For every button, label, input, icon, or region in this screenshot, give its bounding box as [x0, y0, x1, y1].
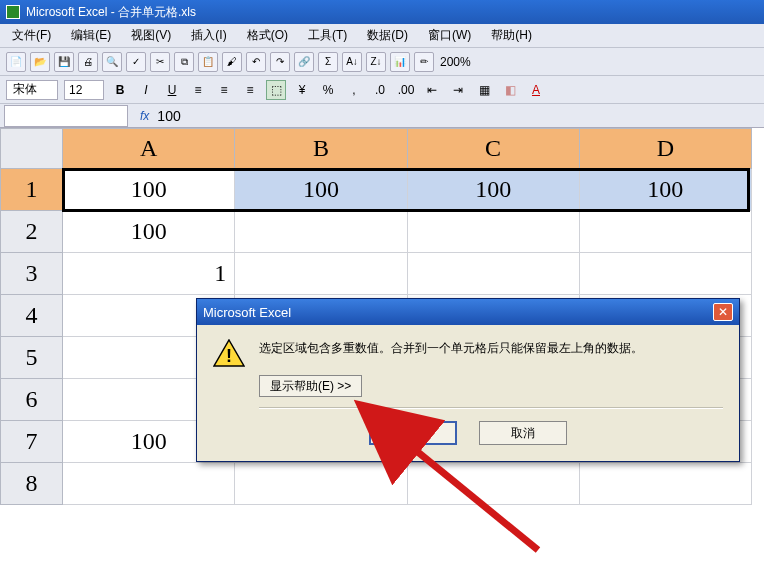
sort-desc-icon[interactable]: Z↓ [366, 52, 386, 72]
cell-c1[interactable]: 100 [407, 169, 579, 211]
paste-icon[interactable]: 📋 [198, 52, 218, 72]
cell-b3[interactable] [235, 253, 407, 295]
standard-toolbar: 📄 📂 💾 🖨 🔍 ✓ ✂ ⧉ 📋 🖌 ↶ ↷ 🔗 Σ A↓ Z↓ 📊 ✏ 20… [0, 48, 764, 76]
align-left-icon[interactable]: ≡ [188, 80, 208, 100]
undo-icon[interactable]: ↶ [246, 52, 266, 72]
menu-tools[interactable]: 工具(T) [302, 25, 353, 46]
row-header-1[interactable]: 1 [1, 169, 63, 211]
menu-format[interactable]: 格式(O) [241, 25, 294, 46]
dialog-body: ! 选定区域包含多重数值。合并到一个单元格后只能保留最左上角的数据。 显示帮助(… [197, 325, 739, 461]
cell-b1[interactable]: 100 [235, 169, 407, 211]
bold-button[interactable]: B [110, 80, 130, 100]
col-header-c[interactable]: C [407, 129, 579, 169]
cell-b2[interactable] [235, 211, 407, 253]
menu-bar: 文件(F) 编辑(E) 视图(V) 插入(I) 格式(O) 工具(T) 数据(D… [0, 24, 764, 48]
cell-a3[interactable]: 1 [63, 253, 235, 295]
decrease-decimal-icon[interactable]: .00 [396, 80, 416, 100]
row-header-4[interactable]: 4 [1, 295, 63, 337]
cut-icon[interactable]: ✂ [150, 52, 170, 72]
cell-c3[interactable] [407, 253, 579, 295]
cell-d1[interactable]: 100 [579, 169, 751, 211]
col-header-b[interactable]: B [235, 129, 407, 169]
copy-icon[interactable]: ⧉ [174, 52, 194, 72]
cell-d8[interactable] [579, 463, 751, 505]
menu-insert[interactable]: 插入(I) [185, 25, 232, 46]
fill-color-icon[interactable]: ◧ [500, 80, 520, 100]
autosum-icon[interactable]: Σ [318, 52, 338, 72]
menu-data[interactable]: 数据(D) [361, 25, 414, 46]
borders-icon[interactable]: ▦ [474, 80, 494, 100]
cell-d2[interactable] [579, 211, 751, 253]
show-help-button[interactable]: 显示帮助(E) >> [259, 375, 362, 397]
row-header-6[interactable]: 6 [1, 379, 63, 421]
currency-icon[interactable]: ¥ [292, 80, 312, 100]
close-icon[interactable]: ✕ [713, 303, 733, 321]
ok-button[interactable]: 确定 [369, 421, 457, 445]
formula-bar: fx 100 [0, 104, 764, 128]
hyperlink-icon[interactable]: 🔗 [294, 52, 314, 72]
divider [259, 407, 723, 409]
dialog-titlebar[interactable]: Microsoft Excel ✕ [197, 299, 739, 325]
row-header-7[interactable]: 7 [1, 421, 63, 463]
row-header-5[interactable]: 5 [1, 337, 63, 379]
menu-edit[interactable]: 编辑(E) [65, 25, 117, 46]
drawing-icon[interactable]: ✏ [414, 52, 434, 72]
formula-input[interactable]: 100 [157, 108, 180, 124]
preview-icon[interactable]: 🔍 [102, 52, 122, 72]
font-color-icon[interactable]: A [526, 80, 546, 100]
font-name-box[interactable]: 宋体 [6, 80, 58, 100]
print-icon[interactable]: 🖨 [78, 52, 98, 72]
row-header-8[interactable]: 8 [1, 463, 63, 505]
increase-indent-icon[interactable]: ⇥ [448, 80, 468, 100]
cell-b8[interactable] [235, 463, 407, 505]
app-icon [6, 5, 20, 19]
window-titlebar: Microsoft Excel - 合并单元格.xls [0, 0, 764, 24]
underline-button[interactable]: U [162, 80, 182, 100]
font-size-box[interactable]: 12 [64, 80, 104, 100]
merge-center-button[interactable]: ⬚ [266, 80, 286, 100]
formatting-toolbar: 宋体 12 B I U ≡ ≡ ≡ ⬚ ¥ % , .0 .00 ⇤ ⇥ ▦ ◧… [0, 76, 764, 104]
menu-window[interactable]: 窗口(W) [422, 25, 477, 46]
window-title: Microsoft Excel - 合并单元格.xls [26, 4, 196, 21]
menu-file[interactable]: 文件(F) [6, 25, 57, 46]
italic-button[interactable]: I [136, 80, 156, 100]
menu-help[interactable]: 帮助(H) [485, 25, 538, 46]
zoom-box[interactable]: 200% [440, 55, 471, 69]
row-header-2[interactable]: 2 [1, 211, 63, 253]
redo-icon[interactable]: ↷ [270, 52, 290, 72]
select-all-corner[interactable] [1, 129, 63, 169]
cell-c2[interactable] [407, 211, 579, 253]
cell-a2[interactable]: 100 [63, 211, 235, 253]
open-icon[interactable]: 📂 [30, 52, 50, 72]
save-icon[interactable]: 💾 [54, 52, 74, 72]
svg-text:!: ! [226, 346, 232, 366]
warning-icon: ! [213, 339, 245, 367]
menu-view[interactable]: 视图(V) [125, 25, 177, 46]
cancel-button[interactable]: 取消 [479, 421, 567, 445]
merge-warning-dialog: Microsoft Excel ✕ ! 选定区域包含多重数值。合并到一个单元格后… [196, 298, 740, 462]
spell-icon[interactable]: ✓ [126, 52, 146, 72]
col-header-a[interactable]: A [63, 129, 235, 169]
row-header-3[interactable]: 3 [1, 253, 63, 295]
decrease-indent-icon[interactable]: ⇤ [422, 80, 442, 100]
dialog-title: Microsoft Excel [203, 305, 291, 320]
cell-c8[interactable] [407, 463, 579, 505]
fx-icon[interactable]: fx [132, 109, 157, 123]
comma-icon[interactable]: , [344, 80, 364, 100]
dialog-message: 选定区域包含多重数值。合并到一个单元格后只能保留最左上角的数据。 [259, 339, 643, 357]
sort-asc-icon[interactable]: A↓ [342, 52, 362, 72]
chart-icon[interactable]: 📊 [390, 52, 410, 72]
align-right-icon[interactable]: ≡ [240, 80, 260, 100]
format-painter-icon[interactable]: 🖌 [222, 52, 242, 72]
cell-a8[interactable] [63, 463, 235, 505]
align-center-icon[interactable]: ≡ [214, 80, 234, 100]
col-header-d[interactable]: D [579, 129, 751, 169]
increase-decimal-icon[interactable]: .0 [370, 80, 390, 100]
new-icon[interactable]: 📄 [6, 52, 26, 72]
cell-d3[interactable] [579, 253, 751, 295]
percent-icon[interactable]: % [318, 80, 338, 100]
name-box[interactable] [4, 105, 128, 127]
cell-a1[interactable]: 100 [63, 169, 235, 211]
